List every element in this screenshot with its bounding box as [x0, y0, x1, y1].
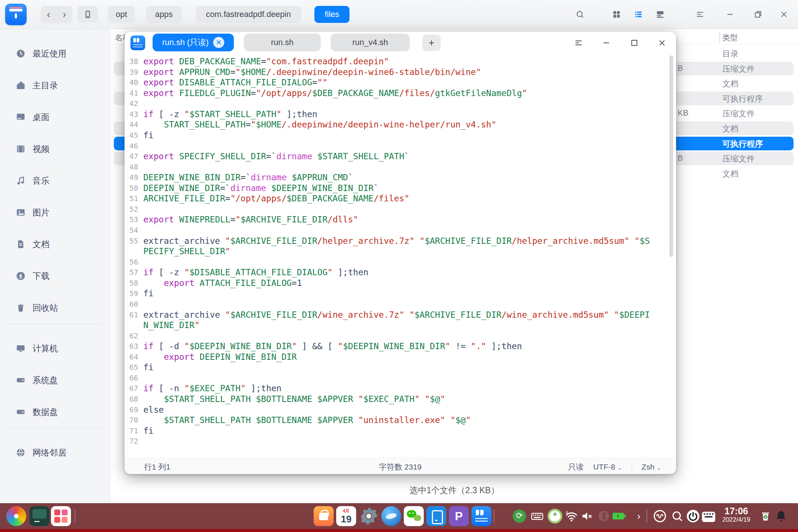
breadcrumb-item-files[interactable]: files	[314, 6, 349, 23]
line-number: 63	[125, 341, 143, 352]
breadcrumb-item-com.fastreadpdf.deepin[interactable]: com.fastreadpdf.deepin	[196, 6, 301, 23]
minimize-icon[interactable]	[723, 8, 737, 21]
code-line: 52	[125, 204, 676, 215]
volume-muted-icon[interactable]	[579, 509, 594, 524]
file-type: 可执行程序	[722, 93, 763, 105]
sidebar-item-最近使用[interactable]: 最近使用	[7, 41, 103, 66]
editor-tab-2[interactable]: run.sh	[244, 34, 321, 51]
code-line: 47export SPECIFY_SHELL_DIR=`dirname $STA…	[125, 151, 676, 162]
terminal-icon[interactable]	[30, 506, 50, 526]
sidebar-item-回收站[interactable]: 回收站	[7, 296, 103, 320]
bluetooth-icon[interactable]	[596, 509, 611, 524]
grid-view-icon[interactable]	[610, 8, 623, 21]
menu-button[interactable]	[570, 34, 587, 52]
menu-icon[interactable]	[693, 8, 707, 21]
sidebar-item-图片[interactable]: 图片	[7, 200, 103, 225]
sidebar-item-数据盘[interactable]: 数据盘	[7, 400, 103, 424]
disk-icon	[16, 375, 26, 385]
text-editor-icon[interactable]	[471, 506, 491, 526]
column-divider[interactable]	[719, 32, 720, 43]
breadcrumb-item-opt[interactable]: opt	[108, 6, 135, 23]
notifications-icon[interactable]	[774, 509, 788, 524]
list-view-icon[interactable]	[632, 8, 645, 21]
sidebar-item-文档[interactable]: 文档	[7, 232, 103, 256]
restore-icon[interactable]	[751, 8, 765, 21]
onboard-keyboard-icon[interactable]	[701, 509, 716, 524]
sidebar-item-下载[interactable]: 下载	[7, 264, 103, 288]
sidebar-item-系统盘[interactable]: 系统盘	[7, 368, 103, 392]
forward-icon[interactable]: ›	[57, 8, 72, 20]
calendar-icon[interactable]: 4月19	[336, 506, 356, 526]
sidebar-item-计算机[interactable]: 计算机	[7, 336, 103, 361]
line-number: 47	[125, 151, 143, 162]
taskbar-clock[interactable]: 17:062022/4/19	[716, 506, 757, 523]
file-type: 压缩文件	[722, 64, 755, 75]
browser-icon[interactable]	[381, 506, 401, 526]
encoding-select[interactable]: UTF-8 ⌄	[593, 463, 622, 471]
code-area[interactable]: 38export DEB_PACKAGE_NAME="com.fastreadp…	[125, 54, 676, 460]
line-number: 61	[125, 310, 143, 320]
minimize-button[interactable]	[597, 34, 615, 52]
code-line: 61extract_archive "$ARCHIVE_FILE_DIR/win…	[125, 310, 676, 320]
line-number: 51	[125, 193, 143, 204]
maximize-button[interactable]	[625, 34, 643, 52]
power-icon[interactable]	[686, 509, 700, 524]
keyboard-icon[interactable]	[530, 509, 545, 524]
code-line: 59fi	[125, 288, 676, 299]
close-tab-icon[interactable]: ✕	[213, 37, 224, 48]
code-line: 43if [ -z "$START_SHELL_PATH" ];then	[125, 109, 676, 120]
device-manager-icon[interactable]	[426, 506, 446, 526]
home-icon	[16, 80, 26, 91]
syntax-select[interactable]: Zsh ⌄	[642, 463, 661, 471]
control-center-icon[interactable]	[359, 506, 379, 526]
line-number: 53	[125, 214, 143, 225]
battery-icon[interactable]: ⚡	[612, 509, 627, 524]
computer-icon	[16, 343, 26, 354]
line-number: 54	[125, 225, 143, 236]
launcher-icon[interactable]	[6, 506, 26, 526]
nav-buttons: ‹ ›	[41, 6, 72, 23]
sidebar-item-桌面[interactable]: 桌面	[7, 105, 103, 129]
editor-tab-3[interactable]: run_v4.sh	[331, 34, 410, 51]
device-button[interactable]	[77, 6, 98, 23]
text-editor-window: run.sh (只读)✕run.shrun_v4.sh + 38export D…	[125, 32, 676, 474]
wps-icon[interactable]: P	[449, 506, 469, 526]
store-icon[interactable]	[314, 506, 334, 526]
wechat-icon[interactable]	[404, 506, 424, 526]
close-button[interactable]	[653, 34, 671, 52]
close-icon[interactable]	[777, 8, 791, 21]
search-icon[interactable]	[573, 8, 587, 21]
breadcrumb-item-apps[interactable]: apps	[146, 6, 182, 23]
new-tab-button[interactable]: +	[422, 35, 441, 51]
column-header-type[interactable]: 类型	[722, 33, 738, 43]
taskbar-separator	[647, 509, 647, 523]
line-number: 66	[125, 373, 143, 383]
file-type: 目录	[722, 48, 739, 59]
trash-icon[interactable]	[758, 509, 773, 524]
sidebar-item-视频[interactable]: 视频	[7, 137, 103, 161]
sidebar-item-音乐[interactable]: 音乐	[7, 168, 103, 193]
sidebar-item-网络邻居[interactable]: 网络邻居	[7, 440, 103, 465]
editor-tab-1[interactable]: run.sh (只读)✕	[153, 34, 234, 51]
expand-icon[interactable]: ›	[631, 509, 646, 524]
file-manager-app-icon[interactable]	[5, 4, 27, 25]
line-number: 45	[125, 130, 143, 141]
editor-scrollbar[interactable]	[669, 55, 673, 257]
file-type: 压缩文件	[722, 153, 755, 164]
code-line: N_WINE_DIR"	[125, 320, 676, 331]
sidebar-item-主目录[interactable]: 主目录	[7, 73, 103, 98]
code-line: 46	[125, 141, 676, 151]
code-line: PECIFY_SHELL_DIR"	[125, 246, 676, 257]
system-monitor-icon[interactable]	[652, 509, 667, 524]
wifi-icon[interactable]: 6	[564, 509, 579, 524]
file-size-fragment: B	[678, 64, 707, 73]
desktop: ‹ › optappscom.fastreadpdf.deepinfiles 最…	[0, 0, 798, 532]
detail-view-icon[interactable]	[654, 8, 667, 21]
document-icon	[16, 239, 26, 249]
plugin-icon[interactable]: +	[548, 509, 562, 524]
back-icon[interactable]: ‹	[41, 8, 57, 20]
app-grid-icon[interactable]	[51, 506, 71, 526]
security-icon[interactable]: ⟳	[512, 509, 527, 524]
sidebar-divider	[8, 324, 103, 324]
search-icon[interactable]	[670, 509, 685, 524]
